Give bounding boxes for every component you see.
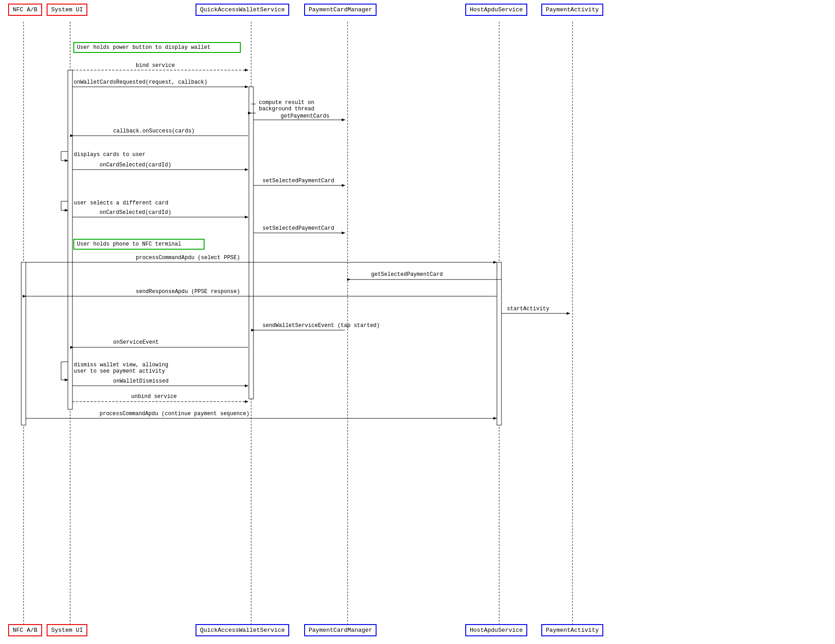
label-setselected-2: setSelectedPaymentCard xyxy=(262,225,334,232)
label-startactivity: startActivity xyxy=(507,306,549,312)
note-nfc-terminal: User holds phone to NFC terminal xyxy=(73,239,205,250)
label-dismiss: dismiss wallet view, allowinguser to see… xyxy=(74,362,168,374)
actor-nfc-top: NFC A/B xyxy=(8,4,42,16)
actor-pa-bottom: PaymentActivity xyxy=(541,624,603,636)
actor-qaws-top: QuickAccessWalletService xyxy=(196,4,289,16)
actor-pa-top: PaymentActivity xyxy=(541,4,603,16)
label-sendresponse: sendResponseApdu (PPSE response) xyxy=(136,289,240,295)
actor-pcm-bottom: PaymentCardManager xyxy=(304,624,377,636)
label-user-selects: user selects a different card xyxy=(74,200,168,206)
label-processcommand-2: processCommandApdu (continue payment seq… xyxy=(100,411,249,417)
actor-nfc-bottom: NFC A/B xyxy=(8,624,42,636)
actor-sysui-top: System UI xyxy=(47,4,87,16)
label-oncardselected-2: onCardSelected(cardId) xyxy=(100,209,171,216)
label-getpaymentcards: getPaymentCards xyxy=(281,113,329,119)
svg-rect-26 xyxy=(497,262,501,425)
label-onwalletcards: onWalletCardsRequested(request, callback… xyxy=(74,79,207,85)
label-getselected: getSelectedPaymentCard xyxy=(371,271,443,278)
label-sendwalletevent: sendWalletServiceEvent (tap started) xyxy=(262,322,380,329)
label-processcommand-1: processCommandApdu (select PPSE) xyxy=(136,255,240,261)
label-setselected-1: setSelectedPaymentCard xyxy=(262,178,334,184)
actor-sysui-bottom: System UI xyxy=(47,624,87,636)
actor-hapdu-top: HostApduService xyxy=(465,4,527,16)
label-displays-cards: displays cards to user xyxy=(74,152,145,158)
svg-rect-8 xyxy=(21,262,26,425)
svg-rect-7 xyxy=(249,87,253,399)
label-unbind: unbind service xyxy=(131,393,177,400)
actor-pcm-top: PaymentCardManager xyxy=(304,4,377,16)
label-onwalletdismissed: onWalletDismissed xyxy=(113,378,168,384)
label-bind-service: bind service xyxy=(136,62,175,69)
label-oncardselected-1: onCardSelected(cardId) xyxy=(100,162,171,168)
actor-hapdu-bottom: HostApduService xyxy=(465,624,527,636)
actor-qaws-bottom: QuickAccessWalletService xyxy=(196,624,289,636)
svg-rect-6 xyxy=(68,70,72,409)
label-callback-onsuccess: callback.onSuccess(cards) xyxy=(113,128,195,134)
label-onserviceevent: onServiceEvent xyxy=(113,339,159,346)
note-power-button: User holds power button to display walle… xyxy=(73,42,241,53)
label-compute: compute result onbackground thread xyxy=(259,99,314,112)
sequence-diagram: NFC A/B System UI QuickAccessWalletServi… xyxy=(0,0,835,644)
